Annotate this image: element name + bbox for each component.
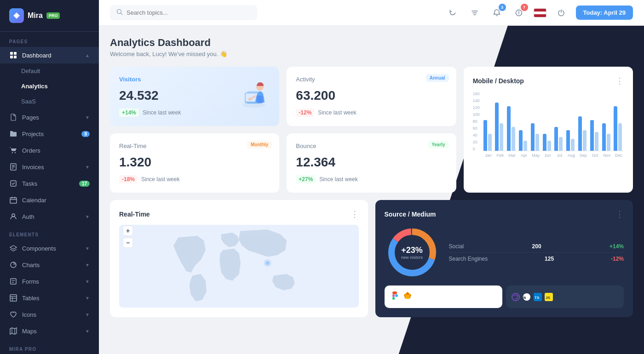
refresh-btn[interactable]	[445, 6, 460, 20]
app-name: Mira	[28, 11, 43, 20]
sidebar-item-saas[interactable]: SaaS	[0, 94, 99, 109]
sidebar-item-default[interactable]: Default	[0, 63, 99, 79]
bar-secondary	[559, 137, 563, 151]
pages-section-label: PAGES	[0, 32, 99, 47]
svg-text:TS: TS	[535, 296, 540, 300]
sidebar-item-components[interactable]: Components ▼	[0, 240, 99, 257]
today-button[interactable]: Today: April 29	[576, 6, 633, 20]
redux-logo	[512, 293, 520, 301]
power-btn[interactable]	[554, 6, 569, 20]
language-flag[interactable]	[534, 8, 546, 17]
tech-logos: N TS JS	[385, 285, 624, 308]
bounce-footer: +27% Since last week	[296, 175, 447, 183]
bar-primary	[578, 116, 582, 151]
svg-marker-16	[10, 246, 17, 249]
sidebar-item-projects[interactable]: Projects 8	[0, 126, 99, 142]
table-icon	[9, 294, 17, 302]
sidebar-item-pages[interactable]: Pages ▼	[0, 109, 99, 126]
chart-icon	[9, 261, 17, 269]
activity-card: Activity Annual 63.200 -12% Since last w…	[287, 67, 456, 126]
calendar-icon	[9, 196, 17, 204]
svg-point-15	[12, 214, 15, 217]
notification-btn[interactable]: 3	[489, 6, 504, 20]
search-icon	[116, 9, 123, 17]
sidebar-item-invoices[interactable]: Invoices ▼	[0, 159, 99, 175]
svg-text:JS: JS	[546, 296, 550, 300]
sidebar-item-dashboard[interactable]: Dashboard ▲	[0, 47, 99, 63]
source-row-social: Social 200 +14%	[449, 240, 624, 253]
visitors-illustration	[233, 70, 275, 114]
svg-rect-18	[11, 279, 16, 284]
bar-label: Mar	[507, 153, 517, 158]
bounce-badge: Yearly	[428, 141, 448, 148]
realtime-map-card: Real-Time ⋮ + −	[110, 200, 368, 317]
bar-primary	[543, 134, 546, 151]
chevron-icon: ▼	[85, 115, 90, 120]
sidebar-item-auth[interactable]: Auth ▼	[0, 208, 99, 225]
source-val-search: 125	[545, 256, 554, 262]
bar-secondary	[583, 130, 586, 151]
visitors-change: +14%	[119, 108, 139, 117]
chevron-icon: ▼	[85, 329, 90, 334]
typescript-logo: TS	[534, 293, 542, 301]
sidebar-item-forms[interactable]: Forms ▼	[0, 273, 99, 290]
sidebar-label-default: Default	[21, 68, 40, 74]
sidebar-item-tasks[interactable]: Tasks 17	[0, 175, 99, 192]
alert-btn[interactable]: 7	[512, 6, 526, 20]
sidebar-logo: Mira PRO	[0, 0, 99, 32]
sidebar-label-components: Components	[22, 245, 56, 252]
sidebar: Mira PRO PAGES Dashboard ▲ Default Analy…	[0, 0, 99, 354]
user-icon	[9, 212, 17, 221]
source-title: Source / Medium	[385, 211, 436, 218]
svg-point-46	[264, 259, 271, 267]
sidebar-item-orders[interactable]: Orders	[0, 142, 99, 159]
activity-footer: -12% Since last week	[296, 108, 447, 117]
sidebar-item-icons[interactable]: Icons ▼	[0, 306, 99, 323]
redux-nextjs-ts-js-card[interactable]: N TS JS	[506, 285, 624, 308]
sidebar-item-tables[interactable]: Tables ▼	[0, 290, 99, 306]
bounce-change: +27%	[296, 175, 316, 183]
sidebar-item-charts[interactable]: Charts ▼	[0, 257, 99, 273]
search-input[interactable]	[126, 9, 251, 16]
source-menu[interactable]: ⋮	[615, 209, 624, 219]
bottom-row: Real-Time ⋮ + −	[110, 200, 633, 317]
chevron-icon: ▼	[85, 296, 90, 301]
page-title-group: Analytics Dashboard Welcome back, Lucy! …	[110, 37, 227, 57]
figma-sketch-card[interactable]	[385, 285, 502, 308]
header: 3 7 Today: April 29	[99, 0, 644, 26]
elements-section-label: ELEMENTS	[0, 225, 99, 240]
map-controls: + −	[123, 226, 133, 248]
mobile-desktop-menu[interactable]: ⋮	[615, 76, 624, 86]
bar-group	[566, 130, 576, 151]
world-map	[119, 225, 359, 308]
sidebar-label-saas: SaaS	[21, 98, 36, 105]
visitors-since: Since last week	[143, 109, 181, 116]
bar-label: Sep	[578, 153, 588, 158]
sidebar-item-analytics[interactable]: Analytics	[0, 79, 99, 94]
sidebar-label-forms: Forms	[22, 278, 39, 285]
filter-btn[interactable]	[467, 6, 482, 20]
bar-label: Jul	[554, 153, 564, 158]
search-box[interactable]	[110, 5, 257, 20]
bounce-title: Bounce	[296, 143, 447, 149]
svg-rect-42	[257, 96, 263, 103]
sidebar-item-calendar[interactable]: Calendar	[0, 192, 99, 208]
donut-chart: +23% new visitors	[385, 225, 440, 280]
sidebar-item-maps[interactable]: Maps ▼	[0, 323, 99, 339]
map-header: Real-Time ⋮	[119, 209, 359, 219]
sidebar-label-icons: Icons	[22, 311, 36, 318]
zoom-out-btn[interactable]: −	[123, 238, 133, 248]
figma-icon	[390, 291, 399, 303]
source-change-social: +14%	[610, 243, 624, 250]
sidebar-label-pages: Pages	[22, 114, 39, 121]
map-menu[interactable]: ⋮	[351, 209, 359, 219]
source-row-search: Search Engines 125 -12%	[449, 253, 624, 265]
bar-label: Apr	[519, 153, 529, 158]
realtime-since: Since last week	[141, 176, 179, 183]
realtime-change: -18%	[119, 175, 138, 183]
folder-icon	[9, 130, 17, 138]
sidebar-label-projects: Projects	[22, 131, 44, 137]
zoom-in-btn[interactable]: +	[123, 226, 133, 236]
activity-since: Since last week	[318, 109, 356, 116]
mobile-desktop-title: Mobile / Desktop	[473, 77, 524, 85]
